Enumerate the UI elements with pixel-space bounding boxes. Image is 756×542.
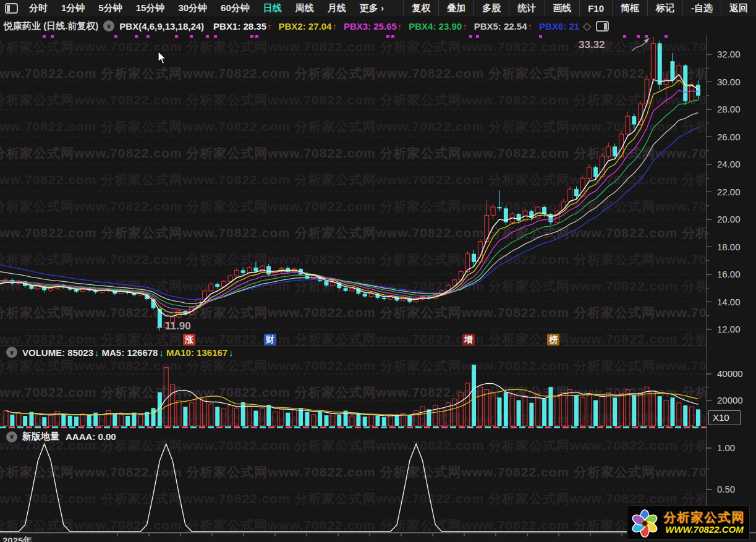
timeline-year-label: 2025年 — [2, 535, 32, 542]
chart-canvas[interactable] — [0, 0, 756, 542]
up-arrow-icon: ↑ — [462, 21, 467, 32]
btn-duogu[interactable]: 多股 — [474, 0, 509, 17]
toolbar-right-group: 复权 叠加 多股 统计 画线 F10 简框 标记 -自选 返回 — [403, 0, 756, 17]
pane3-value: AAAA: 0.00 — [66, 431, 116, 442]
tab-15min[interactable]: 15分钟 — [129, 2, 172, 14]
symbol-title[interactable]: 悦康药业 (日线.前复权) — [4, 20, 98, 32]
tab-more[interactable]: 更多 › — [353, 2, 391, 14]
volume-pane-header: ∨ VOLUME: 85023↓ MA5: 126678↓ MA10: 1361… — [1, 347, 236, 358]
flower-logo-icon — [630, 508, 660, 538]
site-logo[interactable]: 分析家公式网 WWW.70822.COM — [627, 506, 750, 540]
diamond-icon: ◇ — [583, 20, 591, 33]
high-price-annotation: 33.32 — [579, 39, 605, 51]
tab-30min[interactable]: 30分钟 — [171, 2, 214, 14]
price-axis-label: 12.00 — [710, 324, 753, 335]
top-toolbar: 分时 1分钟 5分钟 15分钟 30分钟 60分钟 日线 周线 月线 更多 › … — [0, 0, 756, 17]
volume-value: VOLUME: 85023↓ — [22, 347, 100, 358]
btn-zixuan[interactable]: -自选 — [682, 0, 721, 17]
up-arrow-icon: ↑ — [267, 21, 272, 32]
pbx3-value: PBX3: 25.65↑ — [344, 21, 402, 32]
price-axis-label: 22.00 — [710, 187, 753, 198]
btn-return[interactable]: 返回 — [721, 0, 756, 17]
price-axis-label: 14.00 — [710, 297, 753, 308]
pbx-formula[interactable]: PBX(4,6,9,13,18,24) — [119, 21, 204, 32]
price-axis-label: 18.00 — [710, 242, 753, 253]
price-axis-label: 28.00 — [710, 104, 753, 115]
volume-ma5-value: MA5: 126678↓ — [102, 347, 164, 358]
price-axis-label: 16.00 — [710, 269, 753, 280]
btn-tongji[interactable]: 统计 — [509, 0, 544, 17]
app-window: { "toolbar": { "tabs": ["分时","1分钟","5分钟"… — [0, 0, 756, 542]
down-arrow-icon: ↓ — [229, 347, 234, 358]
pane3-axis-05: 0.50 — [710, 484, 753, 495]
pane-maximize-icon[interactable] — [596, 21, 609, 32]
logo-url: WWW.70822.COM — [665, 524, 743, 535]
volume-axis-20000: 20000 — [710, 395, 753, 406]
volume-axis-40000: 40000 — [710, 368, 753, 379]
tab-1min[interactable]: 1分钟 — [54, 2, 91, 14]
pbx2-value: PBX2: 27.04↑ — [278, 21, 336, 32]
pbx4-value: PBX4: 23.90↑ — [409, 21, 467, 32]
logo-text: 分析家公式网 WWW.70822.COM — [662, 510, 747, 535]
up-arrow-icon: ↑ — [332, 21, 337, 32]
btn-f10[interactable]: F10 — [579, 0, 612, 17]
pbx5-value: PBX5: 22.54↑ — [474, 21, 532, 32]
pane3-title: 新版地量 — [22, 431, 59, 442]
btn-huaxian[interactable]: 画线 — [544, 0, 579, 17]
btn-fuquan[interactable]: 复权 — [403, 0, 438, 17]
pane3-axis-1: 1.00 — [710, 442, 753, 454]
down-arrow-icon: ↓ — [95, 347, 100, 358]
logo-title: 分析家公式网 — [664, 510, 745, 524]
ad-marker-bang[interactable]: 榜 — [547, 334, 559, 345]
btn-diejia[interactable]: 叠加 — [438, 0, 474, 17]
btn-jiankuang[interactable]: 简框 — [612, 0, 647, 17]
low-price-annotation: ←11.90 — [155, 320, 191, 332]
price-axis-label: 32.00 — [710, 49, 753, 60]
btn-biaoji[interactable]: 标记 — [647, 0, 682, 17]
tab-fenshi[interactable]: 分时 — [22, 2, 54, 14]
main-volume-separator — [0, 345, 707, 346]
price-axis-label: 20.00 — [710, 214, 753, 225]
tab-daily[interactable]: 日线 — [257, 2, 289, 14]
price-axis-label: 30.00 — [710, 77, 753, 88]
ad-marker-zhang[interactable]: 涨 — [183, 334, 195, 345]
ad-marker-cai[interactable]: 财 — [264, 334, 276, 345]
ad-marker-zeng[interactable]: 增 — [462, 334, 475, 345]
collapse-chevron-icon[interactable]: ∨ — [6, 431, 17, 442]
volume-unit-label: X10 — [708, 410, 741, 425]
mouse-cursor — [158, 51, 169, 66]
tab-weekly[interactable]: 周线 — [289, 2, 321, 14]
collapse-chevron-icon[interactable]: ∨ — [103, 20, 114, 32]
price-axis-label: 26.00 — [710, 132, 753, 143]
pane3-header: ∨ 新版地量 AAAA: 0.00 — [1, 431, 119, 442]
pbx6-value: PBX6: 21 — [539, 21, 579, 32]
up-arrow-icon: ↑ — [528, 21, 533, 32]
tab-60min[interactable]: 60分钟 — [214, 2, 257, 14]
tab-5min[interactable]: 5分钟 — [91, 2, 129, 14]
indicator-bar: 悦康药业 (日线.前复权) ∨ PBX(4,6,9,13,18,24) PBX1… — [0, 17, 609, 35]
down-arrow-icon: ↓ — [159, 347, 164, 358]
collapse-chevron-icon[interactable]: ∨ — [6, 347, 17, 358]
layout-toggle-icon[interactable] — [5, 3, 18, 14]
up-arrow-icon: ↑ — [397, 21, 402, 32]
pbx1-value: PBX1: 28.35↑ — [213, 21, 271, 32]
price-axis-label: 24.00 — [710, 159, 753, 170]
volume-ma10-value: MA10: 136167↓ — [166, 347, 234, 358]
tab-monthly[interactable]: 月线 — [321, 2, 353, 14]
volume-pane3-separator[interactable] — [0, 426, 707, 428]
